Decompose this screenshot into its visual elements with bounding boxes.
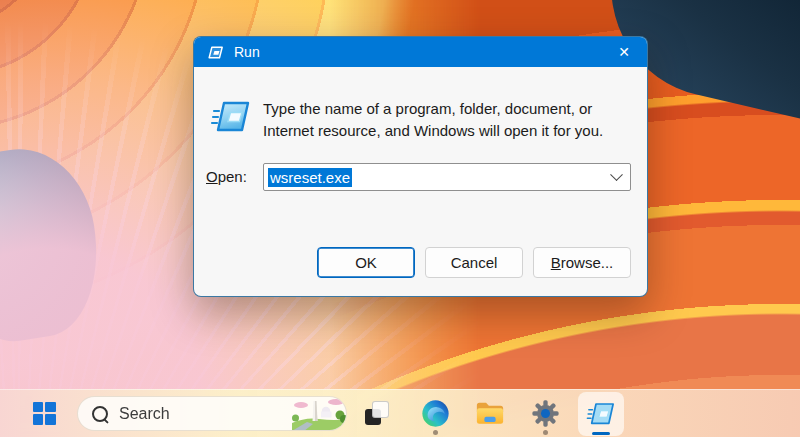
run-dialog: Run ✕ Type the name of a program, folder… (193, 36, 648, 297)
open-label: Open: (206, 168, 247, 185)
settings-button[interactable] (525, 393, 565, 433)
start-button[interactable] (24, 393, 64, 433)
search-label: Search (119, 405, 170, 423)
run-taskbar-button[interactable] (578, 392, 624, 436)
edge-running-indicator (433, 430, 438, 435)
run-active-indicator (592, 432, 610, 435)
cancel-button[interactable]: Cancel (425, 247, 523, 278)
run-window-icon (206, 44, 226, 60)
run-dialog-icon (210, 99, 252, 135)
task-view-icon (365, 401, 389, 425)
file-explorer-icon (475, 400, 505, 427)
open-combobox[interactable]: wsreset.exe (263, 163, 631, 191)
input-selected-text[interactable]: wsreset.exe (268, 168, 352, 187)
close-button[interactable]: ✕ (601, 37, 647, 67)
edge-button[interactable] (415, 393, 455, 433)
search-box[interactable]: Search (77, 396, 347, 431)
taskbar: Search (0, 389, 800, 437)
windows-logo-icon (33, 402, 56, 425)
ok-button[interactable]: OK (317, 247, 415, 278)
file-explorer-button[interactable] (470, 393, 510, 433)
search-highlight-image[interactable] (292, 396, 346, 431)
search-icon (92, 406, 108, 422)
dialog-button-row: OK Cancel Browse... (317, 247, 631, 278)
dialog-message: Type the name of a program, folder, docu… (263, 98, 619, 142)
run-taskbar-icon (586, 401, 616, 427)
close-icon: ✕ (618, 45, 630, 59)
task-view-button[interactable] (357, 393, 397, 433)
titlebar[interactable]: Run ✕ (194, 37, 647, 67)
edge-icon (421, 399, 450, 428)
browse-button[interactable]: Browse... (533, 247, 631, 278)
gear-icon (531, 399, 560, 428)
dialog-title: Run (234, 44, 260, 60)
chevron-down-icon[interactable] (610, 168, 623, 181)
settings-running-indicator (543, 430, 548, 435)
